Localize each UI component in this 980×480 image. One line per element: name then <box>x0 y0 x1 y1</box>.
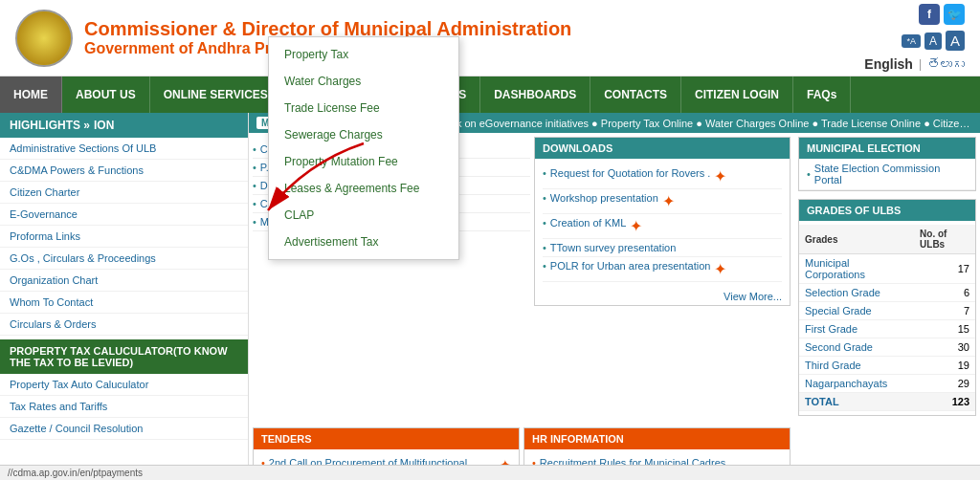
dropdown-mutation-fee[interactable]: Property Mutation Fee <box>269 148 458 175</box>
grade-name-4[interactable]: Second Grade <box>799 338 914 357</box>
dropdown-leases[interactable]: Leases & Agreements Fee <box>269 175 458 202</box>
sidebar-tax-rates[interactable]: Tax Rates and Tariffs <box>0 396 248 418</box>
download-item-0[interactable]: Request for Quotation for Rovers . ✦ <box>543 164 782 189</box>
font-controls: *A A A <box>902 31 965 51</box>
new-badge-0: ✦ <box>714 167 726 185</box>
sidebar-egovernance[interactable]: E-Governance <box>0 204 248 226</box>
lang-divider: | <box>919 57 922 71</box>
dropdown-water-charges[interactable]: Water Charges <box>269 68 458 95</box>
grade-count-6: 29 <box>914 375 975 393</box>
facebook-icon[interactable]: f <box>919 4 940 25</box>
election-portal-item[interactable]: State Election Commission Portal <box>799 159 975 190</box>
header: Commissioner & Director of Municipal Adm… <box>0 0 980 76</box>
hr-title: HR INFORMATION <box>524 428 790 449</box>
sidebar-cdma-powers[interactable]: C&DMA Powers & Functions <box>0 160 248 182</box>
grade-name-5[interactable]: Third Grade <box>799 357 914 375</box>
download-item-2[interactable]: Creation of KML ✦ <box>543 214 782 239</box>
nav-faqs[interactable]: FAQs <box>793 76 851 113</box>
dropdown-property-tax[interactable]: Property Tax <box>269 41 458 68</box>
sidebar-org-chart[interactable]: Organization Chart <box>0 270 248 292</box>
municipal-election-section: MUNICIPAL ELECTION State Election Commis… <box>798 137 976 191</box>
font-medium-button[interactable]: A <box>924 33 942 50</box>
nav-home[interactable]: HOME <box>0 76 62 113</box>
sidebar-whom-to-contact[interactable]: Whom To Contact <box>0 292 248 314</box>
grade-count-3: 15 <box>914 320 975 338</box>
nav-citizen-login[interactable]: CITIZEN LOGIN <box>681 76 793 113</box>
status-url: //cdma.ap.gov.in/en/ptpayments <box>8 468 143 478</box>
municipal-election-title: MUNICIPAL ELECTION <box>799 138 975 159</box>
sidebar-circulars-orders[interactable]: Circulars & Orders <box>0 314 248 336</box>
dropdown-clap[interactable]: CLAP <box>269 202 458 229</box>
grades-table: Grades No. of ULBs Municipal Corporation… <box>799 225 975 411</box>
social-icons: f 🐦 <box>919 4 965 25</box>
font-small-button[interactable]: *A <box>902 34 921 48</box>
sidebar-citizen-charter[interactable]: Citizen Charter <box>0 182 248 204</box>
sidebar-proforma-links[interactable]: Proforma Links <box>0 226 248 248</box>
grades-title: GRADES OF ULBS <box>799 200 975 221</box>
ion-label: ION <box>94 119 114 132</box>
grade-name-0[interactable]: Municipal Corporations <box>799 254 914 284</box>
downloads-section: DOWNLOADS Request for Quotation for Rove… <box>534 137 791 306</box>
right-panel: MUNICIPAL ELECTION State Election Commis… <box>794 137 976 424</box>
lang-telugu[interactable]: తెలుగు <box>927 57 965 72</box>
lang-english[interactable]: English <box>864 56 913 72</box>
sidebar: HIGHLIGHTS » ION Administrative Sections… <box>0 113 249 480</box>
grade-count-1: 6 <box>914 284 975 302</box>
nav-about[interactable]: ABOUT US <box>62 76 150 113</box>
nav-contacts[interactable]: CONTACTS <box>590 76 681 113</box>
nav-online-services[interactable]: ONLINE SERVICES <box>150 76 282 113</box>
new-badge-1: ✦ <box>662 192 675 210</box>
navbar: HOME ABOUT US ONLINE SERVICES ONLINE PAY… <box>0 76 980 113</box>
no-ulbs-col-header: No. of ULBs <box>914 225 975 254</box>
logo <box>15 10 73 67</box>
downloads-content: Request for Quotation for Rovers . ✦ Wor… <box>535 159 790 288</box>
nav-dashboards[interactable]: DASHBOARDS <box>480 76 590 113</box>
download-item-4[interactable]: POLR for Urban area presentation ✦ <box>543 257 782 282</box>
grade-count-2: 7 <box>914 302 975 320</box>
grade-name-6[interactable]: Nagarpanchayats <box>799 375 914 393</box>
download-item-3[interactable]: TTown survey presentation <box>543 239 782 257</box>
sidebar-admin-sections[interactable]: Administrative Sections Of ULB <box>0 138 248 160</box>
grades-section: GRADES OF ULBS Grades No. of ULBs Munici… <box>798 199 976 416</box>
downloads-view-more[interactable]: View More... <box>535 288 790 305</box>
sidebar-tax-auto-calc[interactable]: Property Tax Auto Caluculator <box>0 374 248 396</box>
font-large-button[interactable]: A <box>946 31 965 51</box>
status-bar: //cdma.ap.gov.in/en/ptpayments <box>0 465 980 480</box>
download-item-1[interactable]: Workshop presentation ✦ <box>543 189 782 214</box>
grade-count-5: 19 <box>914 357 975 375</box>
grade-name-2[interactable]: Special Grade <box>799 302 914 320</box>
new-badge-4: ✦ <box>714 260 726 278</box>
main-content: HIGHLIGHTS » ION Administrative Sections… <box>0 113 980 480</box>
tax-calculator-header: PROPERTY TAX CALUCULATOR(TO KNOW THE TAX… <box>0 339 248 374</box>
grade-name-7[interactable]: TOTAL <box>799 393 914 411</box>
dropdown-sewerage[interactable]: Sewerage Charges <box>269 121 458 148</box>
new-badge-2: ✦ <box>630 217 642 235</box>
header-right: f 🐦 *A A A English | తెలుగు <box>864 4 965 72</box>
dropdown-trade-license[interactable]: Trade License Fee <box>269 95 458 121</box>
grade-count-7: 123 <box>914 393 975 411</box>
grade-count-4: 30 <box>914 338 975 357</box>
tenders-title: TENDERS <box>254 428 519 449</box>
highlights-header: HIGHLIGHTS » ION <box>0 113 248 138</box>
twitter-icon[interactable]: 🐦 <box>944 4 965 25</box>
sidebar-gazette[interactable]: Gazette / Council Resolution <box>0 418 248 440</box>
dropdown-advertisement-tax[interactable]: Advertisement Tax <box>269 229 458 255</box>
grade-count-0: 17 <box>914 254 975 284</box>
online-payments-dropdown: Property Tax Water Charges Trade License… <box>268 36 459 260</box>
downloads-title: DOWNLOADS <box>535 138 790 159</box>
highlights-label: HIGHLIGHTS » <box>10 119 90 132</box>
grade-name-1[interactable]: Selection Grade <box>799 284 914 302</box>
grades-col-header: Grades <box>799 225 914 254</box>
sidebar-gos-circulars[interactable]: G.Os , Circulars & Proceedings <box>0 248 248 270</box>
grade-name-3[interactable]: First Grade <box>799 320 914 338</box>
language-selector: English | తెలుగు <box>864 56 965 72</box>
